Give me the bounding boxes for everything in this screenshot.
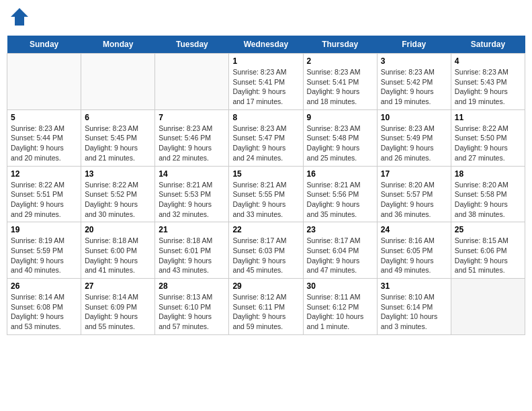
day-number: 15 [232,169,299,179]
cell-daylight-info: Sunrise: 8:11 AMSunset: 6:12 PMDaylight:… [307,292,373,332]
day-number: 17 [381,169,447,179]
page-header [7,7,525,30]
calendar-cell: 26Sunrise: 8:14 AMSunset: 6:08 PMDayligh… [7,279,81,335]
calendar-cell: 29Sunrise: 8:12 AMSunset: 6:11 PMDayligh… [229,279,303,335]
cell-daylight-info: Sunrise: 8:23 AMSunset: 5:41 PMDaylight:… [232,67,299,107]
weekday-header-saturday: Saturday [451,36,525,54]
weekday-header-wednesday: Wednesday [229,36,303,54]
cell-daylight-info: Sunrise: 8:14 AMSunset: 6:08 PMDaylight:… [11,292,77,332]
day-number: 6 [85,113,151,122]
day-number: 10 [381,113,447,122]
cell-daylight-info: Sunrise: 8:18 AMSunset: 6:00 PMDaylight:… [85,236,151,275]
day-number: 23 [307,225,373,234]
calendar-cell: 20Sunrise: 8:18 AMSunset: 6:00 PMDayligh… [81,222,155,279]
calendar-cell: 22Sunrise: 8:17 AMSunset: 6:03 PMDayligh… [229,222,303,279]
calendar-cell: 3Sunrise: 8:23 AMSunset: 5:42 PMDaylight… [377,54,451,110]
day-number: 5 [11,113,77,122]
calendar-cell: 6Sunrise: 8:23 AMSunset: 5:45 PMDaylight… [81,109,155,166]
day-number: 7 [159,113,225,122]
calendar-cell: 11Sunrise: 8:22 AMSunset: 5:50 PMDayligh… [451,109,525,166]
day-number: 3 [381,56,447,66]
calendar-cell [155,54,229,110]
cell-daylight-info: Sunrise: 8:14 AMSunset: 6:09 PMDaylight:… [85,292,151,332]
day-number: 22 [232,225,299,234]
logo-icon [9,7,30,27]
calendar-cell: 12Sunrise: 8:22 AMSunset: 5:51 PMDayligh… [7,166,81,222]
weekday-header-friday: Friday [377,36,451,54]
cell-daylight-info: Sunrise: 8:23 AMSunset: 5:45 PMDaylight:… [85,124,151,163]
cell-daylight-info: Sunrise: 8:21 AMSunset: 5:56 PMDaylight:… [307,180,373,220]
calendar-cell [81,54,155,110]
calendar-cell: 18Sunrise: 8:20 AMSunset: 5:58 PMDayligh… [451,166,525,222]
calendar-cell: 15Sunrise: 8:21 AMSunset: 5:55 PMDayligh… [229,166,303,222]
day-number: 24 [381,225,447,234]
day-number: 14 [159,169,225,179]
weekday-header-sunday: Sunday [7,36,81,54]
cell-daylight-info: Sunrise: 8:18 AMSunset: 6:01 PMDaylight:… [159,236,225,275]
calendar-cell: 16Sunrise: 8:21 AMSunset: 5:56 PMDayligh… [303,166,377,222]
cell-daylight-info: Sunrise: 8:23 AMSunset: 5:49 PMDaylight:… [381,124,447,163]
calendar-cell: 5Sunrise: 8:23 AMSunset: 5:44 PMDaylight… [7,109,81,166]
cell-daylight-info: Sunrise: 8:23 AMSunset: 5:43 PMDaylight:… [455,67,521,107]
calendar-cell: 31Sunrise: 8:10 AMSunset: 6:14 PMDayligh… [377,279,451,335]
weekday-header-tuesday: Tuesday [155,36,229,54]
calendar-cell: 1Sunrise: 8:23 AMSunset: 5:41 PMDaylight… [229,54,303,110]
cell-daylight-info: Sunrise: 8:12 AMSunset: 6:11 PMDaylight:… [232,292,299,332]
cell-daylight-info: Sunrise: 8:20 AMSunset: 5:58 PMDaylight:… [455,180,521,220]
cell-daylight-info: Sunrise: 8:23 AMSunset: 5:41 PMDaylight:… [307,67,373,107]
cell-daylight-info: Sunrise: 8:23 AMSunset: 5:47 PMDaylight:… [232,124,299,163]
cell-daylight-info: Sunrise: 8:22 AMSunset: 5:51 PMDaylight:… [11,180,77,220]
calendar-cell: 8Sunrise: 8:23 AMSunset: 5:47 PMDaylight… [229,109,303,166]
calendar-cell: 9Sunrise: 8:23 AMSunset: 5:48 PMDaylight… [303,109,377,166]
day-number: 30 [307,281,373,291]
day-number: 11 [455,113,521,122]
cell-daylight-info: Sunrise: 8:23 AMSunset: 5:44 PMDaylight:… [11,124,77,163]
day-number: 31 [381,281,447,291]
day-number: 13 [85,169,151,179]
cell-daylight-info: Sunrise: 8:10 AMSunset: 6:14 PMDaylight:… [381,292,447,332]
calendar-cell: 7Sunrise: 8:23 AMSunset: 5:46 PMDaylight… [155,109,229,166]
calendar-cell: 28Sunrise: 8:13 AMSunset: 6:10 PMDayligh… [155,279,229,335]
calendar-cell: 30Sunrise: 8:11 AMSunset: 6:12 PMDayligh… [303,279,377,335]
day-number: 19 [11,225,77,234]
day-number: 12 [11,169,77,179]
day-number: 1 [232,56,299,66]
calendar-cell [7,54,81,110]
cell-daylight-info: Sunrise: 8:23 AMSunset: 5:48 PMDaylight:… [307,124,373,163]
day-number: 8 [232,113,299,122]
cell-daylight-info: Sunrise: 8:16 AMSunset: 6:05 PMDaylight:… [381,236,447,275]
calendar-cell: 13Sunrise: 8:22 AMSunset: 5:52 PMDayligh… [81,166,155,222]
day-number: 26 [11,281,77,291]
day-number: 18 [455,169,521,179]
svg-marker-0 [11,8,28,26]
calendar-cell: 14Sunrise: 8:21 AMSunset: 5:53 PMDayligh… [155,166,229,222]
logo [7,7,30,30]
day-number: 27 [85,281,151,291]
weekday-header-monday: Monday [81,36,155,54]
calendar-cell: 19Sunrise: 8:19 AMSunset: 5:59 PMDayligh… [7,222,81,279]
cell-daylight-info: Sunrise: 8:17 AMSunset: 6:03 PMDaylight:… [232,236,299,275]
cell-daylight-info: Sunrise: 8:23 AMSunset: 5:46 PMDaylight:… [159,124,225,163]
day-number: 20 [85,225,151,234]
cell-daylight-info: Sunrise: 8:17 AMSunset: 6:04 PMDaylight:… [307,236,373,275]
calendar-cell: 17Sunrise: 8:20 AMSunset: 5:57 PMDayligh… [377,166,451,222]
day-number: 25 [455,225,521,234]
calendar-cell: 10Sunrise: 8:23 AMSunset: 5:49 PMDayligh… [377,109,451,166]
calendar-table: SundayMondayTuesdayWednesdayThursdayFrid… [7,36,525,335]
day-number: 2 [307,56,373,66]
calendar-cell [451,279,525,335]
day-number: 29 [232,281,299,291]
cell-daylight-info: Sunrise: 8:21 AMSunset: 5:53 PMDaylight:… [159,180,225,220]
calendar-cell: 2Sunrise: 8:23 AMSunset: 5:41 PMDaylight… [303,54,377,110]
calendar-cell: 4Sunrise: 8:23 AMSunset: 5:43 PMDaylight… [451,54,525,110]
calendar-cell: 23Sunrise: 8:17 AMSunset: 6:04 PMDayligh… [303,222,377,279]
cell-daylight-info: Sunrise: 8:22 AMSunset: 5:52 PMDaylight:… [85,180,151,220]
cell-daylight-info: Sunrise: 8:21 AMSunset: 5:55 PMDaylight:… [232,180,299,220]
calendar-cell: 21Sunrise: 8:18 AMSunset: 6:01 PMDayligh… [155,222,229,279]
day-number: 21 [159,225,225,234]
day-number: 28 [159,281,225,291]
weekday-header-thursday: Thursday [303,36,377,54]
cell-daylight-info: Sunrise: 8:19 AMSunset: 5:59 PMDaylight:… [11,236,77,275]
day-number: 9 [307,113,373,122]
cell-daylight-info: Sunrise: 8:23 AMSunset: 5:42 PMDaylight:… [381,67,447,107]
